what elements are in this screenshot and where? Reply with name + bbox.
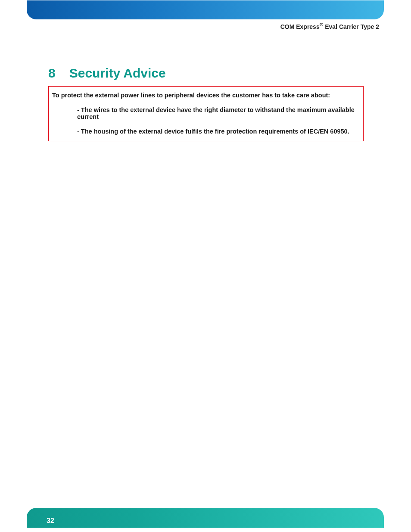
section-number: 8: [48, 66, 56, 81]
registered-mark: ®: [320, 22, 324, 27]
header-product-label: COM Express® Eval Carrier Type 2: [280, 22, 379, 30]
advice-item: - The wires to the external device have …: [77, 106, 360, 120]
header-product-suffix: Eval Carrier Type 2: [323, 23, 379, 30]
security-advice-box: To protect the external power lines to p…: [48, 86, 364, 141]
advice-item: - The housing of the external device ful…: [77, 128, 360, 135]
top-banner: [27, 0, 384, 19]
advice-intro-text: To protect the external power lines to p…: [52, 92, 360, 99]
section-title: Security Advice: [69, 66, 166, 81]
header-product-line: COM Express: [280, 23, 320, 30]
section-heading: 8 Security Advice: [48, 66, 166, 81]
page-number: 32: [47, 517, 54, 525]
bottom-banner: [27, 508, 384, 528]
